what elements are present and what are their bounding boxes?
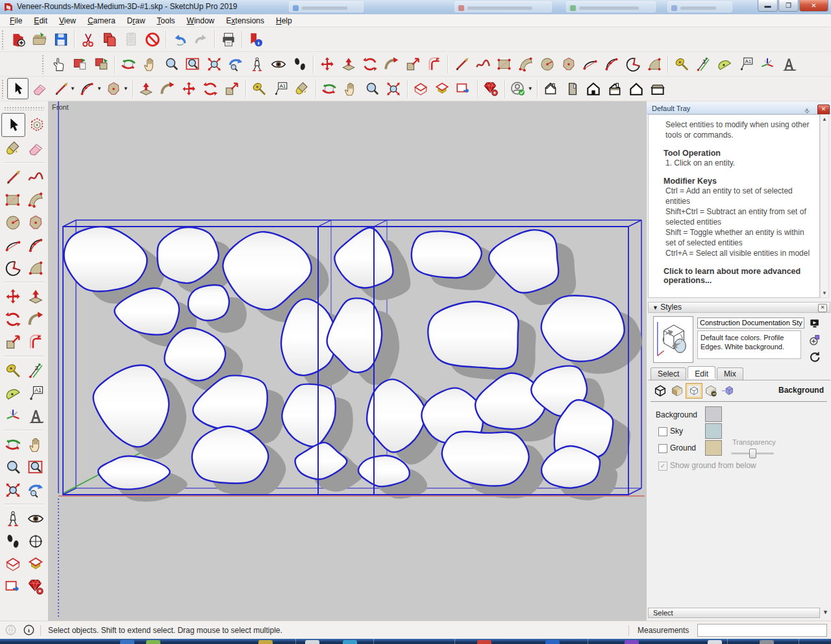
move-tool[interactable] xyxy=(179,78,200,99)
collapsed-select-panel[interactable]: Select xyxy=(648,608,820,618)
section-cut-toggle[interactable] xyxy=(432,78,453,99)
rotated-rectangle-tool[interactable] xyxy=(515,53,536,75)
undo-button[interactable] xyxy=(169,29,190,50)
watermark-settings-icon[interactable] xyxy=(702,383,719,399)
secondary-pane-icon[interactable] xyxy=(808,317,821,330)
scale-tool[interactable] xyxy=(402,53,423,75)
copy-button[interactable] xyxy=(99,29,120,50)
previous-view-tool[interactable] xyxy=(225,53,246,75)
section-plane-tool[interactable] xyxy=(24,530,47,552)
taskbar-app-icon[interactable] xyxy=(305,640,319,644)
freehand-tool[interactable] xyxy=(472,53,493,75)
model-canvas[interactable] xyxy=(49,101,646,621)
tape-measure-tool[interactable] xyxy=(1,359,24,382)
circle-tool[interactable] xyxy=(1,211,24,234)
modeling-settings-icon[interactable] xyxy=(719,383,736,399)
zoom-tool[interactable] xyxy=(1,456,24,478)
view-iso-button[interactable] xyxy=(540,78,562,99)
cut-button[interactable] xyxy=(77,29,99,50)
toolbar-grip[interactable] xyxy=(1,79,5,99)
rotate-tool[interactable] xyxy=(1,308,24,330)
show-ground-checkbox[interactable]: ✓ xyxy=(658,462,667,471)
view-left-button[interactable] xyxy=(647,78,669,99)
print-button[interactable] xyxy=(217,29,239,50)
model-info-button[interactable] xyxy=(245,29,266,50)
three-point-arc-tool[interactable] xyxy=(601,53,622,75)
style-name-field[interactable]: Construction Documentation Sty xyxy=(697,317,804,328)
paste-button[interactable] xyxy=(120,29,142,50)
rectangle-tool[interactable] xyxy=(1,188,24,211)
ground-checkbox[interactable] xyxy=(658,444,667,453)
3d-text-tool[interactable] xyxy=(778,53,799,75)
styles-panel-header[interactable]: ▼ Styles ✕ xyxy=(648,302,830,313)
move-tool[interactable] xyxy=(1,285,24,308)
previous-view-tool[interactable] xyxy=(24,478,47,501)
orbit-tool[interactable] xyxy=(118,53,139,75)
tray-title-bar[interactable]: Default Tray ⎀ ✕ xyxy=(647,103,831,114)
style-thumbnail[interactable] xyxy=(653,316,693,363)
axes-tool[interactable] xyxy=(1,404,24,427)
zoom-window-tool[interactable] xyxy=(182,53,203,75)
look-around-tool[interactable] xyxy=(24,507,47,530)
pan-tool[interactable] xyxy=(139,53,160,75)
veneer-stone[interactable] xyxy=(188,285,229,321)
orbit-tool[interactable] xyxy=(319,78,340,99)
two-point-arc-tool[interactable] xyxy=(579,53,601,75)
pan-tool[interactable] xyxy=(24,433,47,456)
menu-draw[interactable]: Draw xyxy=(121,15,151,27)
tab-mix[interactable]: Mix xyxy=(717,367,743,380)
rotate-tool[interactable] xyxy=(359,53,380,75)
zoom-extents-tool[interactable] xyxy=(383,78,404,99)
menu-file[interactable]: File xyxy=(4,15,28,27)
pan-tool[interactable] xyxy=(340,78,362,99)
scroll-down-icon[interactable]: ▼ xyxy=(821,290,828,296)
paint-bucket-tool[interactable] xyxy=(1,137,24,160)
veneer-stone[interactable] xyxy=(541,446,600,488)
face-settings-icon[interactable] xyxy=(669,383,686,399)
follow-me-tool[interactable] xyxy=(380,53,402,75)
axes-tool[interactable] xyxy=(756,53,778,75)
instructor-scrollbar[interactable]: ▲ ▼ xyxy=(820,114,829,298)
push-pull-tool[interactable] xyxy=(338,53,359,75)
pie-tool[interactable] xyxy=(1,256,24,279)
dimension-tool[interactable]: 3 xyxy=(24,359,47,382)
rotated-rectangle-tool[interactable] xyxy=(24,188,47,211)
component-swap-tool[interactable] xyxy=(69,53,90,75)
arc-tool[interactable] xyxy=(77,78,98,99)
taskbar-app-icon[interactable] xyxy=(146,640,160,644)
line-tool[interactable] xyxy=(50,78,71,99)
veneer-stone[interactable] xyxy=(412,231,482,278)
redo-button[interactable] xyxy=(190,29,212,50)
protractor-tool[interactable] xyxy=(1,382,24,404)
account-button[interactable] xyxy=(508,78,529,99)
freehand-tool[interactable] xyxy=(24,166,47,188)
push-pull-tool[interactable] xyxy=(24,285,47,308)
paint-bucket-tool[interactable] xyxy=(291,78,313,99)
veneer-stone[interactable] xyxy=(489,230,558,293)
open-file-button[interactable] xyxy=(29,29,50,50)
taskbar-app-icon[interactable] xyxy=(545,640,560,644)
3d-text-tool[interactable] xyxy=(24,404,47,427)
make-component-tool[interactable] xyxy=(25,113,48,136)
text-tool[interactable]: A1 xyxy=(270,78,291,99)
tape-measure-tool[interactable] xyxy=(671,53,692,75)
section-display-toggle[interactable] xyxy=(410,78,432,99)
menu-extensions[interactable]: Extensions xyxy=(220,15,270,27)
tray-close-button[interactable]: ✕ xyxy=(817,105,830,115)
menu-help[interactable]: Help xyxy=(270,15,298,27)
zoom-window-tool[interactable] xyxy=(24,456,47,478)
push-pull-tool[interactable] xyxy=(136,78,157,99)
sky-color-swatch[interactable] xyxy=(705,423,722,439)
menu-edit[interactable]: Edit xyxy=(28,15,53,27)
line-tool[interactable] xyxy=(1,166,24,188)
scale-tool[interactable] xyxy=(221,78,243,99)
section-display-toggle[interactable] xyxy=(1,552,24,575)
zoom-extents-tool[interactable] xyxy=(1,478,24,501)
styles-close-button[interactable]: ✕ xyxy=(818,304,827,312)
transparency-slider-thumb[interactable] xyxy=(749,449,756,458)
select-tool[interactable] xyxy=(7,78,29,99)
follow-me-tool[interactable] xyxy=(157,78,179,99)
windows-taskbar[interactable] xyxy=(0,639,831,644)
three-point-arc-tool[interactable] xyxy=(24,234,47,256)
polygon-tool[interactable] xyxy=(558,53,579,75)
